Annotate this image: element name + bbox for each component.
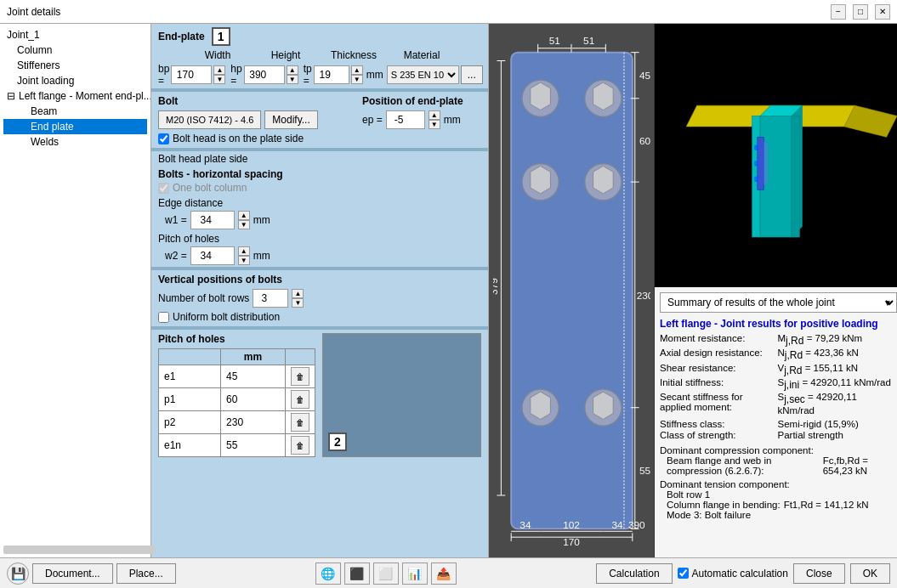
tree-item-joint1[interactable]: Joint_1 — [3, 27, 147, 42]
result-val-1: Nj,Rd = 423,36 kN — [778, 348, 893, 361]
document-button[interactable]: Document... — [32, 563, 113, 584]
num-rows-label: Number of bolt rows — [158, 292, 249, 304]
result-key-4: Secant stiffness for applied moment: — [660, 392, 775, 416]
tree-item-column[interactable]: Column — [3, 42, 147, 58]
tp-input[interactable] — [314, 65, 349, 84]
tree-item-label: Column — [17, 44, 52, 56]
svg-text:45: 45 — [639, 70, 650, 82]
results-title: Left flange - Joint results for positive… — [660, 318, 892, 330]
thickness-col-header: Thickness — [320, 49, 388, 61]
material-select[interactable]: S 235 EN 10 — [387, 65, 459, 84]
hp-up[interactable]: ▲ — [287, 65, 298, 75]
w2-input[interactable] — [190, 246, 235, 265]
minimize-button[interactable]: − — [831, 4, 846, 20]
3d-view-button[interactable]: ⬛ — [344, 563, 370, 585]
2d-view-button[interactable]: ⬜ — [373, 563, 399, 585]
tp-down[interactable]: ▼ — [351, 75, 363, 84]
close-button-bottom[interactable]: Close — [793, 563, 845, 584]
one-bolt-col-checkbox[interactable] — [158, 183, 169, 194]
result-val-2: Vj,Rd = 155,11 kN — [778, 363, 893, 376]
svg-marker-10 — [530, 82, 550, 110]
svg-text:60: 60 — [639, 135, 650, 147]
tree-item-stiffeners[interactable]: Stiffeners — [3, 58, 147, 73]
one-bolt-col-label[interactable]: One bolt column — [158, 182, 481, 194]
w2-up[interactable]: ▲ — [238, 246, 250, 256]
tp-up[interactable]: ▲ — [351, 65, 363, 75]
w1-up[interactable]: ▲ — [238, 211, 250, 220]
table-row: p2 230 🗑 — [159, 411, 315, 434]
endplate-section-label: End-plate — [158, 31, 205, 42]
num-rows-input[interactable] — [253, 289, 288, 308]
svg-text:51: 51 — [548, 36, 559, 47]
row-delete-btn[interactable]: 🗑 — [291, 367, 309, 386]
svg-rect-60 — [764, 143, 768, 185]
tree-item-joint-loading[interactable]: Joint loading — [3, 73, 147, 88]
export-button[interactable]: 📤 — [431, 563, 457, 585]
w1-input[interactable] — [190, 211, 235, 229]
ep-up[interactable]: ▲ — [429, 110, 440, 120]
ep-label: ep = — [362, 114, 383, 126]
close-button[interactable]: ✕ — [875, 4, 890, 20]
tree-item-label: Stiffeners — [17, 59, 60, 71]
result-key-1: Axial design resistance: — [660, 348, 775, 361]
ok-button[interactable]: OK — [850, 563, 890, 584]
right-panel: Summary of results of the whole joint ▼ … — [655, 24, 897, 557]
dominant-tens-label: Dominant tension component: — [660, 479, 892, 489]
w2-down[interactable]: ▼ — [238, 256, 250, 265]
height-col-header: Height — [252, 49, 320, 61]
one-bolt-col-text: One bolt column — [173, 182, 247, 194]
tree-item-end-plate[interactable]: End plate — [3, 119, 147, 134]
svg-rect-59 — [754, 177, 758, 182]
restore-button[interactable]: □ — [853, 4, 868, 20]
strength-val: Partial strength — [778, 430, 893, 440]
calculation-button[interactable]: Calculation — [596, 563, 672, 584]
svg-rect-0 — [511, 53, 633, 529]
auto-calc-checkbox[interactable] — [678, 568, 689, 579]
tree-item-beam[interactable]: Beam — [3, 104, 147, 119]
ep-input[interactable] — [386, 110, 425, 129]
bolt-head-checkbox-label[interactable]: Bolt head is on the plate side — [158, 133, 352, 144]
result-key-3: Initial stiffness: — [660, 377, 775, 391]
width-col-header: Width — [184, 49, 252, 61]
col-flange-label: Column flange in bending: — [667, 500, 781, 510]
endplate-badge: 1 — [212, 27, 230, 46]
row-delete-btn[interactable]: 🗑 — [291, 390, 309, 409]
svg-text:55: 55 — [639, 465, 650, 477]
uniform-dist-checkbox[interactable] — [158, 312, 169, 323]
save-icon-button[interactable]: 💾 — [7, 563, 29, 585]
tree-item-left-flange[interactable]: ⊟ Left flange - Moment end-pl... — [3, 88, 147, 104]
dots-button[interactable]: ... — [461, 65, 483, 84]
hp-down[interactable]: ▼ — [287, 75, 298, 84]
result-key-0: Moment resistance: — [660, 333, 775, 347]
bp-down[interactable]: ▼ — [213, 75, 225, 84]
w1-down[interactable]: ▼ — [238, 220, 250, 229]
ep-down[interactable]: ▼ — [429, 120, 440, 129]
diagram-button[interactable]: 📊 — [402, 563, 428, 585]
bp-up[interactable]: ▲ — [213, 65, 225, 75]
bolt-head-plate-label: Bolt head plate side — [158, 153, 481, 165]
svg-rect-55 — [792, 116, 799, 237]
row-delete-btn[interactable]: 🗑 — [291, 413, 309, 432]
bp-input[interactable] — [171, 65, 212, 84]
rows-up[interactable]: ▲ — [292, 289, 304, 298]
hp-label: hp = — [230, 63, 241, 87]
tree-item-welds[interactable]: Welds — [3, 134, 147, 150]
w1-mm: mm — [253, 214, 270, 226]
bolt-head-checkbox[interactable] — [158, 133, 169, 144]
hp-input[interactable] — [244, 65, 285, 84]
table-row: e1n 55 🗑 — [159, 434, 315, 457]
row-delete-btn[interactable]: 🗑 — [291, 436, 309, 455]
strength-key: Class of strength: — [660, 430, 775, 440]
modify-button[interactable]: Modify... — [264, 110, 317, 129]
results-dropdown[interactable]: Summary of results of the whole joint — [660, 292, 897, 313]
svg-text:390: 390 — [627, 519, 644, 531]
uniform-dist-label[interactable]: Uniform bolt distribution — [158, 311, 481, 323]
edge-distance-label: Edge distance — [158, 197, 481, 209]
auto-calc-label[interactable]: Automatic calculation — [678, 568, 788, 580]
globe-icon-button[interactable]: 🌐 — [315, 563, 341, 585]
result-val-4: Sj,sec = 42920,11 kNm/rad — [778, 392, 893, 416]
svg-marker-18 — [530, 392, 550, 419]
bolt-type-button[interactable]: M20 (ISO 7412) - 4.6 — [158, 110, 261, 129]
rows-down[interactable]: ▼ — [292, 298, 304, 308]
place-button[interactable]: Place... — [116, 563, 176, 584]
